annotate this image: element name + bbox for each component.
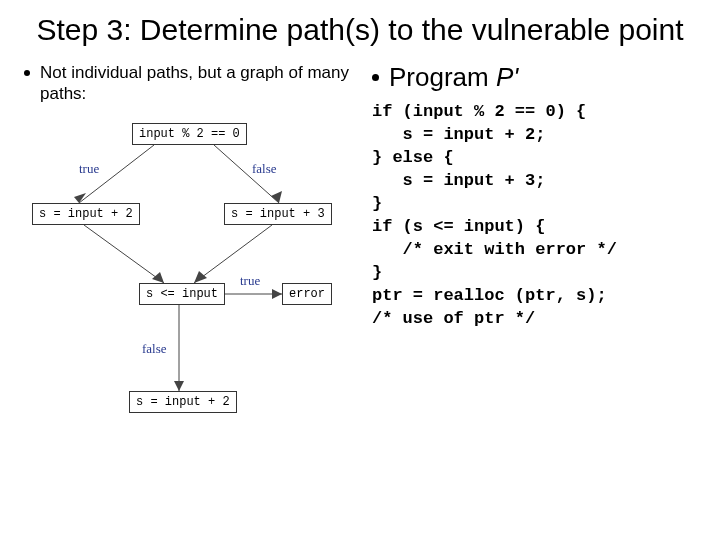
two-column-layout: Not individual paths, but a graph of man… bbox=[24, 62, 696, 453]
right-bullet: Program P' bbox=[372, 62, 696, 93]
edge-label-true-2: true bbox=[240, 273, 260, 289]
flow-node-condition-2: s <= input bbox=[139, 283, 225, 305]
code-block: if (input % 2 == 0) { s = input + 2; } e… bbox=[372, 101, 696, 330]
flowchart: input % 2 == 0 s = input + 2 s = input +… bbox=[24, 113, 344, 453]
edge-label-true-1: true bbox=[79, 161, 99, 177]
right-bullet-em: P' bbox=[496, 62, 518, 92]
left-column: Not individual paths, but a graph of man… bbox=[24, 62, 354, 453]
flow-node-assign-right: s = input + 3 bbox=[224, 203, 332, 225]
left-bullet: Not individual paths, but a graph of man… bbox=[24, 62, 354, 105]
svg-marker-11 bbox=[174, 381, 184, 391]
svg-line-6 bbox=[194, 225, 272, 283]
bullet-icon bbox=[372, 74, 379, 81]
bullet-icon bbox=[24, 70, 30, 76]
svg-marker-1 bbox=[74, 193, 86, 203]
edge-label-false-2: false bbox=[142, 341, 167, 357]
right-column: Program P' if (input % 2 == 0) { s = inp… bbox=[372, 62, 696, 453]
flow-node-error: error bbox=[282, 283, 332, 305]
svg-marker-7 bbox=[194, 271, 207, 283]
flow-node-assign-left: s = input + 2 bbox=[32, 203, 140, 225]
flow-node-final: s = input + 2 bbox=[129, 391, 237, 413]
svg-marker-5 bbox=[152, 272, 164, 283]
right-bullet-text: Program P' bbox=[389, 62, 518, 93]
svg-line-4 bbox=[84, 225, 164, 283]
svg-marker-9 bbox=[272, 289, 282, 299]
left-bullet-text: Not individual paths, but a graph of man… bbox=[40, 62, 354, 105]
right-bullet-prefix: Program bbox=[389, 62, 496, 92]
svg-marker-3 bbox=[271, 191, 282, 203]
edge-label-false-1: false bbox=[252, 161, 277, 177]
flow-node-condition-1: input % 2 == 0 bbox=[132, 123, 247, 145]
slide-title: Step 3: Determine path(s) to the vulnera… bbox=[24, 12, 696, 48]
